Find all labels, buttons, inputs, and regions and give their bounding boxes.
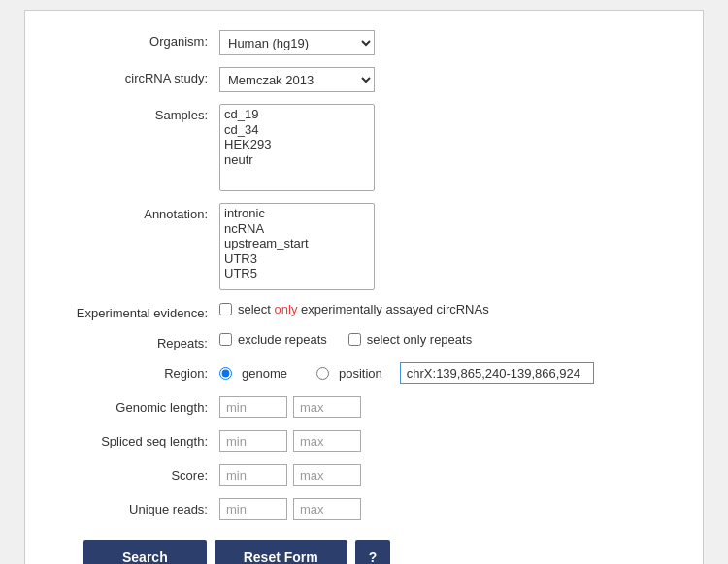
- spliced-seq-min[interactable]: [219, 430, 287, 452]
- position-label[interactable]: position: [339, 366, 382, 381]
- score-control: [219, 464, 674, 486]
- experimental-row: Experimental evidence: select only exper…: [45, 302, 674, 320]
- genome-radio[interactable]: [219, 367, 232, 380]
- search-button[interactable]: Search: [83, 540, 207, 564]
- organism-row: Organism: Human (hg19) Mouse (mm10) Rat …: [45, 30, 674, 55]
- help-button[interactable]: ?: [355, 540, 391, 564]
- circrna-label: circRNA study:: [45, 67, 219, 85]
- unique-reads-min[interactable]: [219, 498, 287, 520]
- repeats-label: Repeats:: [45, 332, 219, 350]
- samples-control: cd_19 cd_34 HEK293 neutr: [219, 104, 674, 191]
- samples-select[interactable]: cd_19 cd_34 HEK293 neutr: [219, 104, 375, 191]
- spliced-seq-max[interactable]: [293, 430, 361, 452]
- exclude-repeats-label[interactable]: exclude repeats: [238, 332, 327, 347]
- unique-reads-control: [219, 498, 674, 520]
- experimental-checkbox[interactable]: [219, 303, 232, 315]
- unique-reads-row: Unique reads:: [45, 498, 674, 520]
- organism-select[interactable]: Human (hg19) Mouse (mm10) Rat (rn5): [219, 30, 375, 55]
- circrna-select[interactable]: Memczak 2013 Salzman 2013: [219, 67, 375, 92]
- spliced-seq-row: Spliced seq length:: [45, 430, 674, 452]
- circrna-row: circRNA study: Memczak 2013 Salzman 2013: [45, 67, 674, 92]
- buttons-row: Search Reset Form ?: [45, 540, 674, 564]
- samples-row: Samples: cd_19 cd_34 HEK293 neutr: [45, 104, 674, 191]
- select-only-repeats-label[interactable]: select only repeats: [367, 332, 472, 347]
- select-only-repeats-checkbox[interactable]: [348, 333, 361, 346]
- position-radio[interactable]: [316, 367, 329, 380]
- score-label: Score:: [45, 464, 219, 482]
- genomic-length-label: Genomic length:: [45, 396, 219, 415]
- main-container: Organism: Human (hg19) Mouse (mm10) Rat …: [24, 10, 704, 564]
- experimental-label: Experimental evidence:: [45, 302, 219, 320]
- region-label: Region:: [45, 362, 219, 381]
- exclude-repeats-checkbox[interactable]: [219, 333, 232, 346]
- genomic-length-min[interactable]: [219, 396, 287, 418]
- experimental-checkbox-label[interactable]: select only experimentally assayed circR…: [238, 302, 489, 316]
- score-row: Score:: [45, 464, 674, 486]
- samples-label: Samples:: [45, 104, 219, 122]
- score-max[interactable]: [293, 464, 361, 486]
- organism-control: Human (hg19) Mouse (mm10) Rat (rn5): [219, 30, 674, 55]
- genomic-length-row: Genomic length:: [45, 396, 674, 418]
- annotation-row: Annotation: intronic ncRNA upstream_star…: [45, 203, 674, 290]
- annotation-select[interactable]: intronic ncRNA upstream_start UTR3 UTR5: [219, 203, 375, 290]
- position-input[interactable]: chrX:139,865,240-139,866,924: [400, 362, 594, 384]
- repeats-control: exclude repeats select only repeats: [219, 332, 674, 347]
- region-row: Region: genome position chrX:139,865,240…: [45, 362, 674, 384]
- genomic-length-max[interactable]: [293, 396, 361, 418]
- genome-label[interactable]: genome: [242, 366, 287, 381]
- score-min[interactable]: [219, 464, 287, 486]
- unique-reads-max[interactable]: [293, 498, 361, 520]
- annotation-control: intronic ncRNA upstream_start UTR3 UTR5: [219, 203, 674, 290]
- organism-label: Organism:: [45, 30, 219, 49]
- experimental-control: select only experimentally assayed circR…: [219, 302, 674, 316]
- annotation-label: Annotation:: [45, 203, 219, 221]
- spliced-seq-control: [219, 430, 674, 452]
- repeats-row: Repeats: exclude repeats select only rep…: [45, 332, 674, 350]
- region-control: genome position chrX:139,865,240-139,866…: [219, 362, 674, 384]
- reset-button[interactable]: Reset Form: [215, 540, 347, 564]
- unique-reads-label: Unique reads:: [45, 498, 219, 516]
- genomic-length-control: [219, 396, 674, 418]
- circrna-control: Memczak 2013 Salzman 2013: [219, 67, 674, 92]
- spliced-seq-label: Spliced seq length:: [45, 430, 219, 448]
